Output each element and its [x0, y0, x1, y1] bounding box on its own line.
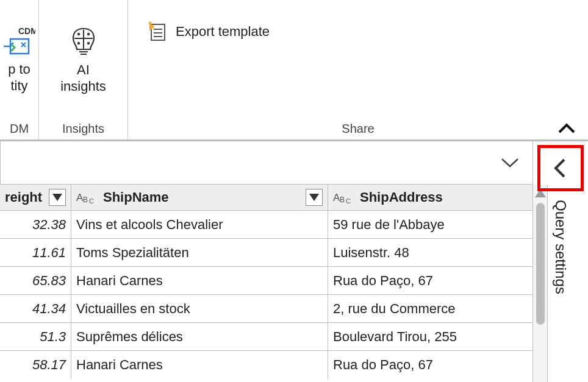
table-row[interactable]: 41.34Victuailles en stock2, rue du Comme… — [0, 295, 532, 323]
ribbon-group-share: Export template Share — [128, 0, 588, 140]
table-row[interactable]: 58.17Hanari CarnesRua do Paço, 67 — [0, 351, 532, 379]
chevron-down-icon — [500, 155, 520, 170]
svg-point-5 — [87, 32, 89, 35]
ribbon-group-insights-label: Insights — [62, 119, 104, 140]
svg-text:CDM: CDM — [18, 26, 35, 36]
cell-shipaddress: Luisenstr. 48 — [328, 239, 518, 266]
cell-shipaddress: Rua do Paço, 67 — [328, 267, 518, 294]
cell-freight: 11.61 — [0, 239, 71, 266]
query-settings-panel-collapsed: Query settings — [533, 144, 588, 382]
table-row[interactable]: 11.61Toms SpezialitätenLuisenstr. 48 — [0, 239, 532, 267]
cell-shipaddress: 59 rue de l'Abbaye — [328, 211, 518, 238]
caret-down-icon — [309, 194, 319, 201]
export-template-button[interactable]: Export template — [137, 0, 288, 50]
export-template-label: Export template — [176, 23, 270, 40]
cell-freight: 58.17 — [0, 351, 71, 379]
cell-freight: 32.38 — [0, 211, 71, 238]
svg-text:C: C — [346, 197, 351, 204]
svg-text:C: C — [89, 197, 94, 204]
data-grid: reight ABC ShipName ABC ShipAddress — [0, 185, 533, 382]
cell-shipname: Vins et alcools Chevalier — [71, 211, 328, 238]
chevron-left-icon — [550, 157, 572, 179]
ribbon-group-insights: AI insights Insights — [39, 0, 128, 140]
ribbon-group-cdm-label: DM — [10, 119, 29, 140]
column-filter-shipname[interactable] — [306, 189, 323, 206]
ribbon-collapse-button[interactable] — [556, 119, 577, 140]
cell-shipname: Victuailles en stock — [71, 295, 328, 322]
grid-body: 32.38Vins et alcools Chevalier59 rue de … — [0, 211, 532, 379]
ai-insights-label: AI insights — [60, 62, 106, 95]
cell-shipname: Suprêmes délices — [71, 323, 328, 350]
cell-shipname: Hanari Carnes — [71, 267, 328, 294]
formula-bar[interactable] — [0, 141, 533, 185]
export-template-icon — [146, 21, 168, 43]
query-settings-label: Query settings — [552, 200, 569, 294]
cell-freight: 65.83 — [0, 267, 71, 294]
svg-text:B: B — [83, 196, 88, 204]
cell-freight: 41.34 — [0, 295, 71, 322]
column-header-shipaddress[interactable]: ABC ShipAddress — [328, 185, 518, 210]
query-settings-expand-button[interactable] — [537, 145, 584, 191]
ribbon-group-cdm: CDM p to tity DM — [0, 0, 39, 140]
map-to-entity-button[interactable]: CDM p to tity — [0, 0, 39, 119]
column-label-shipaddress: ShipAddress — [360, 189, 443, 205]
grid-header: reight ABC ShipName ABC ShipAddress — [0, 185, 532, 211]
cell-shipaddress: 2, rue du Commerce — [328, 295, 518, 322]
ribbon: CDM p to tity DM — [0, 0, 588, 141]
ai-insights-button[interactable]: AI insights — [57, 0, 110, 119]
data-area: reight ABC ShipName ABC ShipAddress — [0, 185, 588, 382]
cell-shipname: Toms Spezialitäten — [71, 239, 328, 266]
cell-shipaddress: Boulevard Tirou, 255 — [328, 323, 518, 350]
caret-down-icon — [52, 194, 62, 201]
text-type-icon: ABC — [76, 190, 99, 205]
svg-point-7 — [87, 41, 89, 44]
column-label-freight: reight — [5, 189, 42, 205]
text-type-icon: ABC — [333, 190, 356, 205]
cell-freight: 51.3 — [0, 323, 71, 350]
brain-icon — [67, 25, 100, 58]
chevron-up-icon — [556, 119, 577, 140]
table-row[interactable]: 65.83Hanari CarnesRua do Paço, 67 — [0, 267, 532, 295]
column-label-shipname: ShipName — [103, 189, 169, 205]
svg-text:B: B — [340, 196, 345, 204]
svg-point-6 — [77, 41, 79, 44]
cell-shipname: Hanari Carnes — [71, 351, 328, 379]
cell-shipaddress: Rua do Paço, 67 — [328, 351, 518, 379]
table-row[interactable]: 51.3Suprêmes délicesBoulevard Tirou, 255 — [0, 323, 532, 351]
map-to-entity-label: p to tity — [8, 61, 30, 94]
column-header-freight[interactable]: reight — [0, 185, 71, 210]
cdm-icon: CDM — [4, 26, 35, 57]
column-filter-freight[interactable] — [49, 189, 66, 206]
formula-bar-expand-button[interactable] — [487, 155, 532, 170]
column-header-shipname[interactable]: ABC ShipName — [71, 185, 328, 210]
ribbon-group-share-label: Share — [342, 119, 374, 140]
svg-point-4 — [77, 32, 79, 35]
table-row[interactable]: 32.38Vins et alcools Chevalier59 rue de … — [0, 211, 532, 239]
